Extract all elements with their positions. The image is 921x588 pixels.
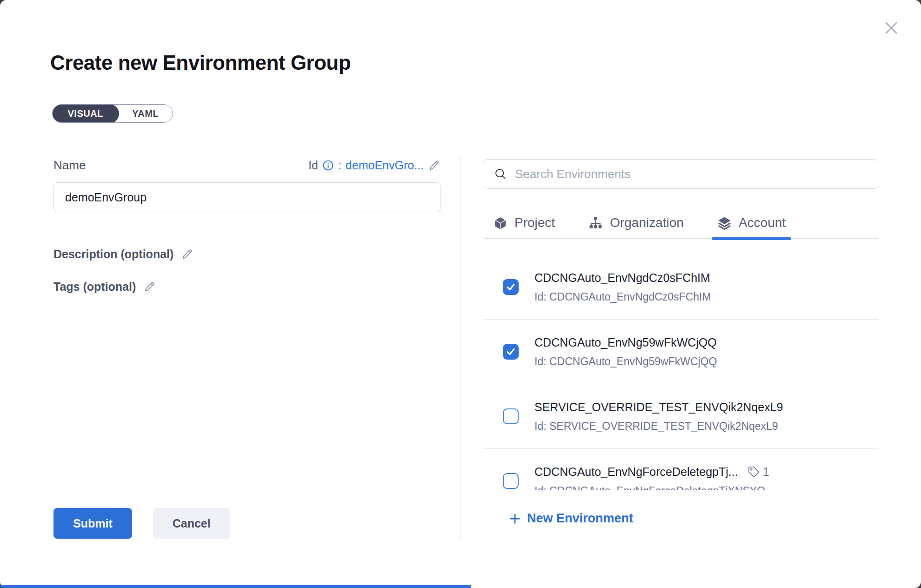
plus-icon — [508, 512, 521, 525]
page-title: Create new Environment Group — [50, 51, 351, 74]
env-tag-badge: 1 — [747, 465, 769, 479]
layers-icon — [717, 216, 732, 230]
env-group-form: Name Id : demoEnvGro... — [53, 158, 440, 484]
env-text: CDCNGAuto_EnvNgdCz0sFChIM Id: CDCNGAuto_… — [534, 271, 711, 303]
tab-project-label: Project — [514, 215, 555, 230]
environment-list: CDCNGAuto_EnvNgdCz0sFChIM Id: CDCNGAuto_… — [484, 255, 878, 490]
env-id: Id: CDCNGAuto_EnvNgdCz0sFChIM — [534, 290, 711, 303]
bottom-accent-strip — [0, 585, 471, 588]
new-environment-label: New Environment — [527, 511, 633, 526]
visual-yaml-toggle: VISUAL YAML — [52, 104, 173, 123]
org-chart-icon — [588, 216, 603, 230]
environment-selector-panel: Project Organization — [484, 159, 878, 527]
env-name: CDCNGAuto_EnvNg59wFkWCjQQ — [534, 335, 717, 349]
search-icon — [494, 167, 507, 181]
environment-row[interactable]: CDCNGAuto_EnvNg59wFkWCjQQ Id: CDCNGAuto_… — [484, 320, 878, 384]
tab-organization-label: Organization — [610, 215, 684, 230]
edit-tags-pencil-icon[interactable] — [143, 281, 156, 293]
footer-actions: Submit Cancel — [53, 508, 230, 539]
env-id: Id: SERVICE_OVERRIDE_TEST_ENVQik2NqexL9 — [534, 420, 783, 433]
cancel-button[interactable]: Cancel — [153, 508, 230, 539]
tag-icon — [747, 466, 760, 478]
screen-background: Create new Environment Group VISUAL YAML… — [0, 0, 921, 588]
tab-account[interactable]: Account — [717, 207, 786, 238]
close-icon[interactable] — [881, 18, 901, 38]
env-checkbox[interactable] — [503, 473, 519, 489]
environment-row[interactable]: CDCNGAuto_EnvNgForceDeletegpTj... 1 Id: … — [484, 449, 878, 490]
search-box — [484, 159, 878, 189]
tag-count: 1 — [763, 465, 769, 479]
env-name: SERVICE_OVERRIDE_TEST_ENVQik2NqexL9 — [534, 400, 783, 414]
environment-row[interactable]: SERVICE_OVERRIDE_TEST_ENVQik2NqexL9 Id: … — [484, 384, 878, 449]
env-name: CDCNGAuto_EnvNgForceDeletegpTj... — [534, 465, 738, 479]
id-value-link[interactable]: demoEnvGro... — [346, 159, 424, 172]
tags-row: Tags (optional) — [53, 280, 156, 294]
cube-icon — [493, 216, 507, 230]
panel-divider — [460, 156, 461, 540]
name-input[interactable] — [53, 182, 440, 212]
env-id: Id: CDCNGAuto_EnvNgForceDeletegpTjXNSYQ — [534, 484, 769, 490]
search-environments-input[interactable] — [515, 160, 878, 188]
env-checkbox[interactable] — [503, 279, 519, 295]
description-label: Description (optional) — [53, 247, 174, 261]
edit-description-pencil-icon[interactable] — [181, 248, 194, 261]
name-row: Name Id : demoEnvGro... — [53, 158, 440, 173]
tab-account-label: Account — [739, 215, 786, 230]
id-colon: : — [338, 159, 341, 172]
new-environment-button[interactable]: New Environment — [508, 511, 633, 526]
description-row: Description (optional) — [53, 247, 194, 261]
submit-button[interactable]: Submit — [53, 508, 132, 539]
toggle-yaml[interactable]: YAML — [118, 105, 173, 122]
create-environment-group-modal: Create new Environment Group VISUAL YAML… — [0, 0, 921, 588]
env-text: SERVICE_OVERRIDE_TEST_ENVQik2NqexL9 Id: … — [534, 400, 783, 433]
environment-row[interactable]: CDCNGAuto_EnvNgdCz0sFChIM Id: CDCNGAuto_… — [484, 255, 878, 320]
tab-organization[interactable]: Organization — [588, 207, 684, 238]
edit-id-pencil-icon[interactable] — [428, 159, 440, 172]
tags-label: Tags (optional) — [53, 280, 136, 294]
env-text: CDCNGAuto_EnvNg59wFkWCjQQ Id: CDCNGAuto_… — [534, 335, 717, 368]
id-label: Id — [308, 159, 318, 172]
name-label: Name — [53, 158, 86, 173]
env-checkbox[interactable] — [503, 408, 519, 424]
env-checkbox[interactable] — [503, 344, 519, 360]
scope-tabs: Project Organization — [484, 207, 878, 239]
id-group: Id : demoEnvGro... — [308, 159, 440, 172]
tab-project[interactable]: Project — [493, 207, 555, 238]
header-divider — [42, 138, 880, 138]
toggle-visual[interactable]: VISUAL — [52, 104, 119, 123]
info-icon[interactable] — [322, 160, 334, 171]
env-text: CDCNGAuto_EnvNgForceDeletegpTj... 1 Id: … — [534, 465, 769, 490]
env-id: Id: CDCNGAuto_EnvNg59wFkWCjQQ — [534, 355, 717, 368]
env-name: CDCNGAuto_EnvNgdCz0sFChIM — [534, 271, 710, 285]
